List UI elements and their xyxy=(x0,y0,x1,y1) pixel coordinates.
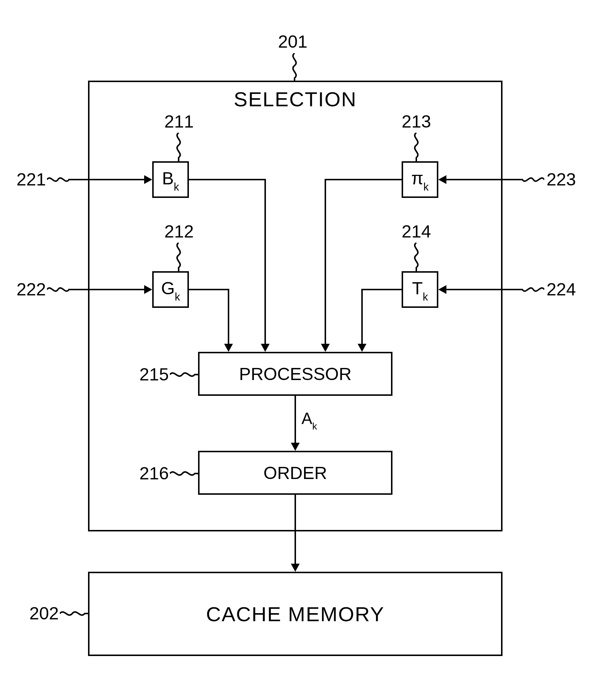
leader-212 xyxy=(173,243,184,271)
conn-pik-v xyxy=(325,179,326,344)
ref-223: 223 xyxy=(547,171,576,188)
diagram-canvas: SELECTION 201 Bk 211 Gk 212 πk 213 Tk 21… xyxy=(0,0,603,700)
arrowhead-proc-order xyxy=(291,443,300,451)
arrowhead-order-cache xyxy=(291,564,300,572)
cache-memory-label: CACHE MEMORY xyxy=(206,602,385,626)
arrow-221-bk xyxy=(70,179,144,180)
processor-box: PROCESSOR xyxy=(198,352,392,396)
leader-211 xyxy=(173,133,184,161)
ref-221: 221 xyxy=(17,171,46,188)
conn-gk-v xyxy=(228,289,229,344)
leader-201 xyxy=(289,53,300,82)
ref-202: 202 xyxy=(29,605,59,622)
ref-216: 216 xyxy=(139,465,169,482)
ref-213: 213 xyxy=(402,113,431,130)
selection-title: SELECTION xyxy=(234,87,357,111)
leader-215 xyxy=(170,369,198,380)
block-tk-label: Tk xyxy=(412,278,428,301)
leader-224 xyxy=(522,284,544,295)
conn-pik-h xyxy=(325,179,402,180)
conn-gk-h xyxy=(189,289,229,290)
conn-tk-v xyxy=(361,289,363,344)
leader-213 xyxy=(411,133,422,161)
ref-214: 214 xyxy=(402,223,431,240)
arrowhead-221-bk xyxy=(144,175,152,184)
leader-221 xyxy=(47,174,70,185)
leader-214 xyxy=(411,243,422,271)
processor-label: PROCESSOR xyxy=(239,364,352,384)
ref-201: 201 xyxy=(278,33,307,51)
arrow-223-pik xyxy=(446,179,522,180)
ref-215: 215 xyxy=(139,366,169,383)
conn-proc-order xyxy=(295,396,296,443)
leader-202 xyxy=(60,608,88,619)
arrowhead-222-gk xyxy=(144,285,152,294)
arrowhead-gk-proc xyxy=(224,344,233,352)
leader-216 xyxy=(170,468,198,479)
arrowhead-pik-proc xyxy=(321,344,330,352)
arrow-224-tk xyxy=(446,289,522,290)
block-pik-label: πk xyxy=(411,168,429,191)
conn-bk-h xyxy=(189,179,266,180)
ref-212: 212 xyxy=(164,223,194,240)
leader-223 xyxy=(522,174,544,185)
conn-bk-v xyxy=(264,179,266,344)
arrowhead-bk-proc xyxy=(261,344,270,352)
signal-ak: Ak xyxy=(302,410,317,429)
arrowhead-tk-proc xyxy=(358,344,366,352)
conn-tk-h xyxy=(361,289,402,290)
block-bk: Bk xyxy=(152,161,189,198)
order-box: ORDER xyxy=(198,451,392,495)
ref-222: 222 xyxy=(17,281,46,298)
conn-order-cache xyxy=(295,495,296,564)
arrow-222-gk xyxy=(70,289,144,290)
block-tk: Tk xyxy=(402,271,438,308)
cache-memory-box: CACHE MEMORY xyxy=(88,572,503,656)
ref-211: 211 xyxy=(164,113,194,130)
block-bk-label: Bk xyxy=(162,168,179,191)
leader-222 xyxy=(47,284,70,295)
arrowhead-224-tk xyxy=(438,285,446,294)
block-pik: πk xyxy=(402,161,438,198)
block-gk-label: Gk xyxy=(161,278,180,301)
order-label: ORDER xyxy=(263,463,327,483)
ref-224: 224 xyxy=(547,281,576,298)
block-gk: Gk xyxy=(152,271,189,308)
arrowhead-223-pik xyxy=(438,175,446,184)
